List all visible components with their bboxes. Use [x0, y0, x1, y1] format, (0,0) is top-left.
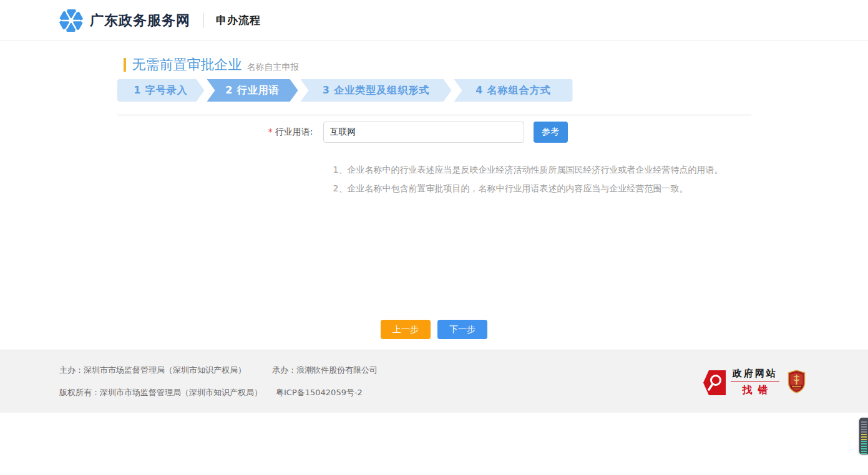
gov-site-error-report-link[interactable]: 政府网站 找错 — [703, 368, 779, 397]
header-divider — [203, 13, 204, 28]
required-asterisk: * — [268, 127, 273, 137]
header: 广东政务服务网 申办流程 — [0, 0, 868, 41]
icp-license-link[interactable]: 粤ICP备15042059号-2 — [276, 388, 363, 398]
hint-list: 1、企业名称中的行业表述应当是反映企业经济活动性质所属国民经济行业或者企业经营特… — [333, 160, 751, 198]
footer: 主办：深圳市市场监督管理局（深圳市知识产权局） 承办：浪潮软件股份有限公司 版权… — [0, 350, 868, 413]
window-edge-minimap-artifact — [859, 418, 868, 454]
error-report-text: 政府网站 找错 — [731, 368, 779, 397]
reference-button[interactable]: 参考 — [534, 122, 568, 143]
certification-shield-badge[interactable] — [788, 370, 806, 396]
step-indicator: 1 字号录入 2 行业用语 3 企业类型及组织形式 4 名称组合方式 — [117, 79, 568, 102]
title-accent-bar — [124, 58, 126, 72]
error-report-magnifier-icon — [703, 370, 726, 395]
page-title: 无需前置审批企业 — [132, 55, 242, 74]
minimap-gray-stripes — [861, 421, 867, 433]
industry-term-input[interactable] — [323, 122, 524, 143]
industry-term-label: *行业用语: — [117, 127, 323, 138]
footer-undertaker-text: 承办：浪潮软件股份有限公司 — [272, 365, 378, 375]
main-content: 无需前置审批企业 名称自主申报 1 字号录入 2 行业用语 3 企业类型及组织形… — [0, 41, 868, 350]
industry-term-form-row: *行业用语: 参考 — [117, 122, 751, 143]
section-divider — [117, 115, 751, 115]
minimap-yellow-stripes — [861, 434, 867, 440]
footer-copyright-text: 版权所有：深圳市市场监督管理局（深圳市知识产权局） — [59, 388, 262, 398]
bottom-white-strip — [0, 413, 868, 474]
page-title-row: 无需前置审批企业 名称自主申报 — [117, 41, 751, 74]
next-step-button[interactable]: 下一步 — [437, 320, 487, 339]
footer-badges: 政府网站 找错 — [703, 368, 806, 397]
hint-line-2: 2、企业名称中包含前置审批项目的，名称中行业用语表述的内容应当与企业经营范围一致… — [333, 179, 751, 198]
pinwheel-logo-icon — [59, 9, 83, 32]
error-report-line2: 找错 — [737, 384, 774, 397]
step-3-enterprise-type[interactable]: 3 企业类型及组织形式 — [301, 79, 452, 102]
step-4-name-combination[interactable]: 4 名称组合方式 — [454, 79, 573, 102]
hint-line-1: 1、企业名称中的行业表述应当是反映企业经济活动性质所属国民经济行业或者企业经营特… — [333, 160, 751, 179]
footer-host-text: 主办：深圳市市场监督管理局（深圳市知识产权局） — [59, 365, 246, 375]
error-report-rule — [731, 381, 779, 382]
error-report-line1: 政府网站 — [733, 368, 778, 380]
step-1-zihao-entry[interactable]: 1 字号录入 — [117, 79, 205, 102]
site-title: 广东政务服务网 — [90, 11, 190, 30]
minimap-teal-stripes — [861, 441, 867, 454]
site-logo-link[interactable]: 广东政务服务网 — [59, 9, 190, 32]
page-subtitle: 名称自主申报 — [247, 62, 300, 74]
previous-step-button[interactable]: 上一步 — [381, 320, 431, 339]
header-nav-title: 申办流程 — [216, 13, 261, 27]
step-2-industry-term[interactable]: 2 行业用语 — [207, 79, 298, 102]
wizard-actions: 上一步 下一步 — [117, 320, 751, 339]
